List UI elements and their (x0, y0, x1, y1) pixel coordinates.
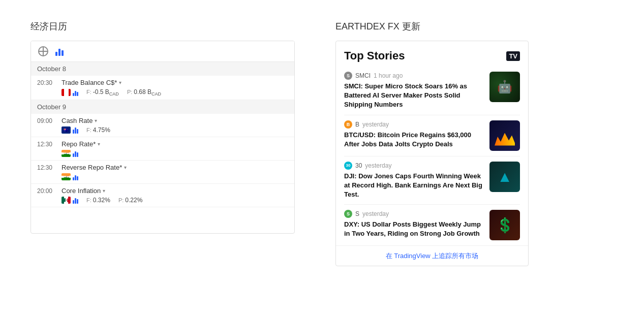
flag-bar-in2: 🇮🇳 (62, 173, 78, 180)
mini-chart-icon-au[interactable] (73, 126, 78, 134)
flag-bar-in: 🇮🇳 (62, 150, 78, 157)
mini-chart-icon-in2[interactable] (73, 173, 78, 180)
news-headline-smci: SMCI: Super Micro Stock Soars 16% as Bat… (344, 82, 484, 110)
flag-bar-mx: 🇲🇽 (62, 197, 78, 204)
event-name-repo-rate: Repo Rate* ▾ (62, 140, 288, 148)
globe-icon-button[interactable] (37, 45, 49, 57)
source-icon-dji: 30 (344, 162, 352, 170)
news-meta-smci: S SMCI 1 hour ago (344, 72, 484, 80)
date-header-oct8: October 8 (31, 62, 294, 76)
mexico-flag: 🇲🇽 (62, 197, 71, 204)
news-item-smci[interactable]: S SMCI 1 hour ago SMCI: Super Micro Stoc… (344, 67, 520, 115)
trade-balance-forecast: F: -0.5 BCAD (86, 88, 119, 97)
news-thumb-smci (489, 72, 520, 102)
news-thumb-dxy (489, 210, 520, 240)
event-cash-rate: 09:00 Cash Rate ▾ 🇦🇺 (31, 114, 294, 137)
calendar-toolbar (31, 41, 294, 62)
main-layout: 经济日历 October 8 (30, 20, 614, 266)
calendar-section-title: 经济日历 (30, 20, 295, 33)
tv-logo: TV (506, 51, 520, 61)
chevron-icon: ▾ (119, 80, 121, 85)
news-time-dxy: yesterday (362, 210, 389, 217)
source-name-dxy: S (355, 210, 359, 217)
news-text-dji: 30 30 yesterday DJI: Dow Jones Caps Four… (344, 162, 484, 200)
repo-rate-time: 12:30 (37, 141, 57, 148)
news-meta-btc: B B yesterday (344, 120, 484, 129)
core-inflation-previous: P: 0.22% (118, 197, 142, 204)
news-headline-btc: BTC/USD: Bitcoin Price Regains $63,000 A… (344, 131, 484, 149)
chevron-icon: ▾ (124, 165, 127, 170)
reverse-repo-time: 12:30 (37, 164, 57, 171)
source-name-dji: 30 (355, 162, 362, 169)
australia-flag: 🇦🇺 (62, 126, 71, 134)
news-widget: Top Stories TV S SMCI 1 hour ago SMCI: S… (335, 41, 529, 266)
event-time: 20:30 (37, 79, 57, 86)
source-icon-smci: S (344, 72, 352, 80)
event-name-cash-rate: Cash Rate ▾ (62, 117, 288, 124)
bar-chart-icon-button[interactable] (53, 45, 66, 57)
cash-rate-forecast: F: 4.75% (86, 126, 110, 134)
news-headline-dxy: DXY: US Dollar Posts Biggest Weekly Jump… (344, 220, 484, 238)
news-title: Top Stories (344, 49, 405, 62)
news-header: Top Stories TV (336, 41, 528, 67)
news-time-btc: yesterday (362, 121, 389, 128)
core-inflation-time: 20:00 (37, 187, 57, 195)
globe-icon (38, 46, 48, 56)
india-flag: 🇮🇳 (62, 150, 71, 157)
news-thumb-btc (489, 120, 520, 151)
chevron-icon: ▾ (95, 118, 97, 123)
news-headline-dji: DJI: Dow Jones Caps Fourth Winning Week … (344, 172, 484, 200)
cash-rate-time: 09:00 (37, 117, 57, 124)
news-footer: 在 TradingView 上追踪所有市场 (336, 245, 528, 266)
source-name-smci: SMCI (355, 72, 371, 79)
flag-bar-au: 🇦🇺 (62, 126, 78, 134)
right-section: EARTHDEX FX 更新 Top Stories TV S SMCI 1 h… (335, 20, 614, 266)
event-repo-rate: 12:30 Repo Rate* ▾ 🇮🇳 (31, 137, 294, 161)
news-text-btc: B B yesterday BTC/USD: Bitcoin Price Reg… (344, 120, 484, 151)
core-inflation-forecast: F: 0.32% (86, 197, 110, 204)
news-footer-link[interactable]: 在 TradingView 上追踪所有市场 (386, 252, 479, 260)
event-trade-balance: 20:30 Trade Balance C$* ▾ (31, 76, 294, 100)
news-text-dxy: S S yesterday DXY: US Dollar Posts Bigge… (344, 210, 484, 240)
event-core-inflation: 20:00 Core Inflation ▾ 🇲🇽 (31, 184, 294, 207)
date-header-oct9: October 9 (31, 100, 294, 114)
fx-section-title: EARTHDEX FX 更新 (335, 20, 614, 33)
news-text-smci: S SMCI 1 hour ago SMCI: Super Micro Stoc… (344, 72, 484, 110)
canada-flag (62, 89, 71, 96)
news-list: S SMCI 1 hour ago SMCI: Super Micro Stoc… (336, 67, 528, 245)
chevron-icon: ▾ (103, 188, 105, 194)
calendar-widget: October 8 20:30 Trade Balance C$* ▾ (30, 41, 295, 234)
news-item-dji[interactable]: 30 30 yesterday DJI: Dow Jones Caps Four… (344, 156, 520, 205)
bar-chart-icon (55, 47, 64, 56)
news-item-btc[interactable]: B B yesterday BTC/USD: Bitcoin Price Reg… (344, 115, 520, 156)
news-thumb-dji (489, 162, 520, 192)
mini-chart-icon-in[interactable] (73, 150, 78, 157)
left-section: 经济日历 October 8 (30, 20, 295, 234)
mini-chart-icon[interactable] (73, 89, 78, 96)
event-reverse-repo-rate: 12:30 Reverse Repo Rate* ▾ 🇮🇳 (31, 161, 294, 184)
mini-chart-icon-mx[interactable] (73, 197, 78, 204)
trade-balance-previous: P: 0.68 BCAD (127, 88, 161, 97)
event-name-trade-balance: Trade Balance C$* ▾ (62, 79, 288, 86)
news-time-smci: 1 hour ago (374, 72, 403, 79)
news-meta-dji: 30 30 yesterday (344, 162, 484, 170)
calendar-body[interactable]: October 8 20:30 Trade Balance C$* ▾ (31, 62, 294, 233)
news-time-dji: yesterday (365, 162, 391, 169)
india-flag-2: 🇮🇳 (62, 173, 71, 180)
event-name-core-inflation: Core Inflation ▾ (62, 187, 288, 195)
source-name-btc: B (355, 121, 359, 128)
source-icon-btc: B (344, 120, 352, 129)
news-item-dxy[interactable]: S S yesterday DXY: US Dollar Posts Bigge… (344, 205, 520, 245)
event-name-reverse-repo: Reverse Repo Rate* ▾ (62, 164, 288, 171)
chevron-icon: ▾ (98, 141, 100, 147)
source-icon-dxy: S (344, 210, 352, 218)
news-meta-dxy: S S yesterday (344, 210, 484, 218)
flag-bar (62, 89, 78, 96)
